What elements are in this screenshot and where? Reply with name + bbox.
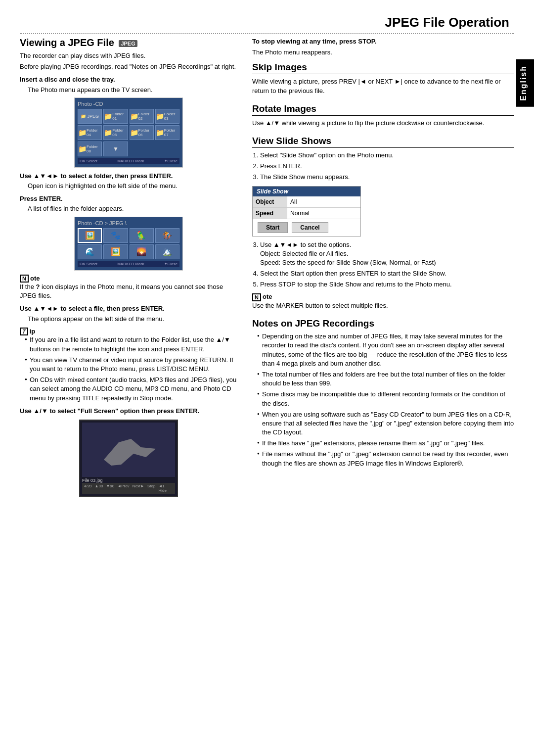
dotted-divider xyxy=(20,33,514,34)
jpeg-note-6: File names without the ".jpg" or ".jpeg"… xyxy=(257,450,514,468)
step3-desc: A list of files in the folder appears. xyxy=(20,204,237,213)
files-cell-2: 🐾 xyxy=(103,228,128,243)
bar-down: ▼90 xyxy=(106,484,114,493)
fullscreen-inner xyxy=(82,423,175,477)
step2-desc: Open icon is highlighted on the left sid… xyxy=(20,182,237,190)
photo-cell-folder01: Folder 01 xyxy=(103,109,128,124)
slideshow-note-box: Note Use the MARKER button to select mul… xyxy=(252,293,514,310)
viewing-section-title: Viewing a JPEG File JPEG xyxy=(20,37,237,48)
slideshow-speed-value: Normal xyxy=(287,208,360,219)
svg-marker-0 xyxy=(104,439,156,466)
slideshow-step-3: The Slide Show menu appears. xyxy=(260,173,514,182)
jpeg-note-2: The total number of files and folders ar… xyxy=(257,370,514,388)
slideshow-buttons: Start Cancel xyxy=(253,219,360,236)
slideshow-note-text: Use the MARKER button to select multiple… xyxy=(252,301,514,310)
jpeg-notes-list: Depending on the size and number of JPEG… xyxy=(252,332,514,468)
photo-cell-folder05: Folder 05 xyxy=(103,125,128,140)
photo-menu-title: Photo -CD xyxy=(78,101,179,107)
photo-cell-folder06: Folder 06 xyxy=(130,125,154,140)
photo-cell-arrow: ▼ xyxy=(103,142,128,156)
files-bar-mid: MARKER Mark xyxy=(117,262,144,266)
slideshow-steps-list: Select "Slide Show" option on the Photo … xyxy=(252,151,514,182)
step4-label: Use ▲▼◄► to select a file, then press EN… xyxy=(20,304,237,313)
slideshow-box-title: Slide Show xyxy=(253,187,360,196)
slideshow-speed-row: Speed Normal xyxy=(253,208,360,219)
tip-title: Tip xyxy=(20,328,237,336)
bar-hide: ◄1 Hide xyxy=(158,484,173,493)
jpeg-note-1: Depending on the size and number of JPEG… xyxy=(257,332,514,368)
slideshow-cancel-button[interactable]: Cancel xyxy=(292,222,328,233)
files-cell-6: 🖼️ xyxy=(103,244,128,259)
jpeg-note-5: If the files have ".jpe" extensions, ple… xyxy=(257,439,514,448)
slideshow-object-row: Object All xyxy=(253,196,360,208)
right-column: To stop viewing at any time, press STOP.… xyxy=(247,37,514,501)
note-text-1: If the ? icon displays in the Photo menu… xyxy=(20,283,237,300)
step5-label: Use ▲/▼ to select "Full Screen" option t… xyxy=(20,407,237,416)
page-title: JPEG File Operation xyxy=(385,15,509,30)
skip-section: Skip Images While viewing a picture, pre… xyxy=(252,62,514,95)
slideshow-start-button[interactable]: Start xyxy=(258,222,288,233)
rotate-section: Rotate Images Use ▲/▼ while viewing a pi… xyxy=(252,103,514,128)
files-bar-left: OK Select xyxy=(80,262,97,266)
slideshow-step2-1: Use ▲▼◄► to set the options. Object: Sel… xyxy=(260,240,514,268)
photo-cell-folder03: Folder 03 xyxy=(155,109,179,124)
note-title-1: Note xyxy=(20,275,237,283)
tip-item-1: If you are in a file list and want to re… xyxy=(25,335,237,353)
photo-cell-folder07: Folder 07 xyxy=(155,125,179,140)
slideshow-note-icon: N xyxy=(252,293,261,301)
slideshow-step2-3: Press STOP to stop the Slide Show and re… xyxy=(260,280,514,289)
note-box-1: Note If the ? icon displays in the Photo… xyxy=(20,275,237,301)
stop-desc: The Photo menu reappears. xyxy=(252,48,514,57)
note-icon-1: N xyxy=(20,275,29,283)
tip-icon: T xyxy=(20,328,28,335)
jpeg-badge: JPEG xyxy=(119,40,137,47)
page-header: JPEG File Operation xyxy=(0,15,534,30)
skip-title: Skip Images xyxy=(252,62,514,74)
files-cell-5: 🌊 xyxy=(78,244,102,259)
files-cell-1: 🖼️ xyxy=(78,228,102,243)
bar-counter: 4/20 xyxy=(84,484,92,493)
intro-line-2: Before playing JPEG recordings, read "No… xyxy=(20,62,237,71)
page-container: English JPEG File Operation Viewing a JP… xyxy=(0,0,534,756)
files-menu-image: Photo -CD > JPEG \ 🖼️ 🐾 🦜 🏇 🌊 🖼️ 🌄 🏔️ OK… xyxy=(74,217,183,271)
tip-list: If you are in a file list and want to re… xyxy=(20,335,237,402)
slideshow-object-value: All xyxy=(287,196,360,207)
tip-item-3: On CDs with mixed content (audio tracks,… xyxy=(25,376,237,403)
slideshow-step-2: Press ENTER. xyxy=(260,162,514,171)
bar-prev: ◄Prev xyxy=(117,484,129,493)
fullscreen-bar: 4/20 ▲30 ▼90 ◄Prev Next► Stop ◄1 Hide xyxy=(82,483,175,494)
photo-cell-folder08: Folder 08 xyxy=(78,142,102,156)
files-bar-right: ✦Close xyxy=(164,262,178,266)
files-cell-3: 🦜 xyxy=(130,228,154,243)
english-tab: English xyxy=(516,59,534,107)
slideshow-step2-2: Select the Start option then press ENTER… xyxy=(260,269,514,278)
step2-label: Use ▲▼◄► to select a folder, then press … xyxy=(20,172,237,181)
slideshow-section: View Slide Shows Select "Slide Show" opt… xyxy=(252,136,514,310)
stop-label: To stop viewing at any time, press STOP. xyxy=(252,38,376,45)
slideshow-box: Slide Show Object All Speed Normal Start… xyxy=(252,186,361,236)
photo-menu-image: Photo -CD 📁 JPEG Folder 01 Folder 02 Fol… xyxy=(74,97,183,168)
photo-cell-folder02: Folder 02 xyxy=(130,109,154,124)
bar-stop: Stop xyxy=(147,484,155,493)
stop-note: To stop viewing at any time, press STOP.… xyxy=(252,37,514,57)
rotate-text: Use ▲/▼ while viewing a picture to flip … xyxy=(252,119,514,128)
two-col-layout: Viewing a JPEG File JPEG The recorder ca… xyxy=(0,37,534,501)
rotate-title: Rotate Images xyxy=(252,103,514,116)
slideshow-note-title: Note xyxy=(252,293,514,301)
plane-svg xyxy=(99,430,158,470)
jpeg-note-4: When you are using software such as "Eas… xyxy=(257,410,514,437)
step1-label: Insert a disc and close the tray. xyxy=(20,75,237,84)
slideshow-title: View Slide Shows xyxy=(252,136,514,148)
jpeg-notes-title: Notes on JPEG Recordings xyxy=(252,318,514,329)
photo-cell-folder04: Folder 04 xyxy=(78,125,102,140)
slideshow-steps2-list: Use ▲▼◄► to set the options. Object: Sel… xyxy=(252,240,514,289)
step1-desc: The Photo menu appears on the TV screen. xyxy=(20,86,237,94)
photo-cell-jpeg: 📁 JPEG xyxy=(78,109,102,124)
files-cell-8: 🏔️ xyxy=(155,244,179,259)
bar-up: ▲30 xyxy=(95,484,103,493)
files-grid: 🖼️ 🐾 🦜 🏇 🌊 🖼️ 🌄 🏔️ xyxy=(78,228,179,259)
slideshow-object-label: Object xyxy=(253,196,287,207)
bar-right: ✦Close xyxy=(164,159,178,163)
step3-label: Press ENTER. xyxy=(20,194,237,203)
files-cell-7: 🌄 xyxy=(130,244,154,259)
